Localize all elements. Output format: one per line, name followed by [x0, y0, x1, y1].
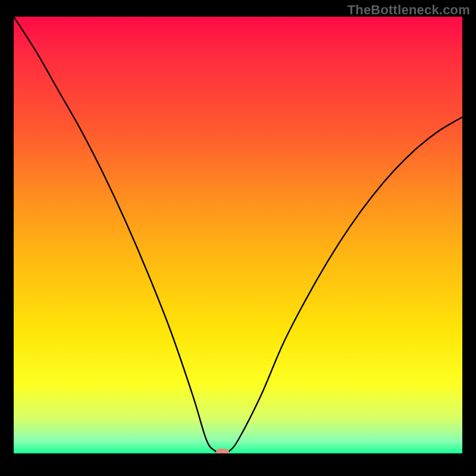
curve-path [14, 17, 462, 453]
plot-area [14, 17, 462, 453]
watermark-label: TheBottleneck.com [347, 2, 470, 18]
chart-frame: TheBottleneck.com [0, 0, 476, 476]
bottleneck-curve [14, 17, 462, 453]
optimal-point-marker [216, 449, 229, 453]
